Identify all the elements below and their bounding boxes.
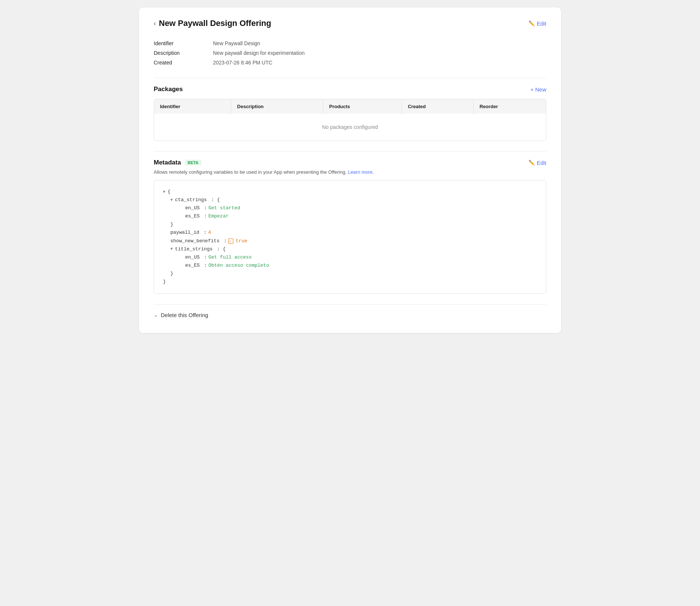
pencil-icon: ✏️	[529, 20, 535, 26]
packages-table-container: Identifier Description Products Created …	[154, 99, 546, 141]
json-cta-strings: ▼ cta_strings : {	[170, 196, 537, 204]
chevron-down-icon: ⌄	[154, 312, 158, 318]
metadata-pencil-icon: ✏️	[529, 160, 535, 166]
metadata-header: Metadata BETA ✏️ Edit	[154, 159, 546, 166]
metadata-edit-button[interactable]: ✏️ Edit	[529, 160, 546, 166]
json-title-close: }	[170, 270, 537, 278]
description-label: Description	[154, 50, 213, 56]
json-es-es: es_ES : Empezar	[185, 212, 537, 220]
created-label: Created	[154, 60, 213, 66]
json-cta-close: }	[170, 220, 537, 229]
delete-toggle-button[interactable]: ⌄ Delete this Offering	[154, 312, 546, 318]
delete-label: Delete this Offering	[161, 312, 208, 318]
main-card: ‹ New Paywall Design Offering ✏️ Edit Id…	[139, 7, 561, 333]
delete-section: ⌄ Delete this Offering	[154, 304, 546, 318]
info-section: Identifier New Paywall Design Descriptio…	[154, 39, 546, 67]
json-show-new-benefits: show_new_benefits : true	[170, 237, 537, 245]
json-viewer: ▼ { ▼ cta_strings : { en_US : Get starte…	[154, 180, 546, 294]
info-row-description: Description New paywall design for exper…	[154, 48, 546, 58]
title-arrow[interactable]: ▼	[170, 246, 173, 253]
created-value: 2023-07-26 8:46 PM UTC	[213, 60, 272, 66]
json-es-es-value: Empezar	[209, 212, 229, 220]
table-empty-row: No packages configured	[154, 114, 546, 140]
packages-title: Packages	[154, 86, 183, 93]
json-title-en-us: en_US : Get full access	[185, 253, 537, 262]
json-title-strings: ▼ title_strings : {	[170, 245, 537, 253]
metadata-description: Allows remotely configuring variables to…	[154, 169, 546, 175]
info-row-created: Created 2023-07-26 8:46 PM UTC	[154, 58, 546, 67]
divider-2	[154, 151, 546, 152]
col-reorder: Reorder	[473, 99, 546, 114]
cta-arrow[interactable]: ▼	[170, 197, 173, 204]
header-left: ‹ New Paywall Design Offering	[154, 19, 271, 28]
json-en-us: en_US : Get started	[185, 204, 537, 212]
back-icon[interactable]: ‹	[154, 20, 156, 27]
metadata-title-group: Metadata BETA	[154, 159, 201, 166]
json-paywall-id: paywall_id : 4	[170, 229, 537, 237]
json-en-us-value: Get started	[209, 204, 240, 212]
checkbox-icon	[228, 239, 233, 244]
info-row-identifier: Identifier New Paywall Design	[154, 39, 546, 48]
col-identifier: Identifier	[154, 99, 231, 114]
new-package-button[interactable]: + New	[530, 86, 546, 93]
json-root-close: }	[163, 278, 537, 286]
json-title-es-es: es_ES : Obtén acceso completo	[185, 262, 537, 270]
empty-message: No packages configured	[154, 114, 546, 140]
json-title-en-us-value: Get full access	[209, 253, 252, 262]
col-products: Products	[323, 99, 401, 114]
header-edit-button[interactable]: ✏️ Edit	[529, 20, 546, 27]
col-created: Created	[402, 99, 474, 114]
metadata-section: Metadata BETA ✏️ Edit Allows remotely co…	[154, 159, 546, 294]
metadata-title: Metadata	[154, 159, 181, 166]
learn-more-link[interactable]: Learn more.	[348, 169, 374, 175]
page-title: New Paywall Design Offering	[159, 19, 271, 28]
page-header: ‹ New Paywall Design Offering ✏️ Edit	[154, 19, 546, 28]
identifier-label: Identifier	[154, 40, 213, 46]
divider-1	[154, 78, 546, 78]
json-bool-value: true	[236, 237, 247, 245]
beta-badge: BETA	[185, 160, 201, 166]
col-description: Description	[231, 99, 323, 114]
identifier-value: New Paywall Design	[213, 40, 260, 46]
root-arrow[interactable]: ▼	[163, 189, 166, 196]
json-root-open: ▼ {	[163, 188, 537, 196]
json-title-es-es-value: Obtén acceso completo	[209, 262, 269, 270]
json-paywall-id-value: 4	[208, 229, 211, 237]
packages-header: Packages + New	[154, 86, 546, 93]
packages-table: Identifier Description Products Created …	[154, 99, 546, 140]
description-value: New paywall design for experimentation	[213, 50, 304, 56]
table-header-row: Identifier Description Products Created …	[154, 99, 546, 114]
